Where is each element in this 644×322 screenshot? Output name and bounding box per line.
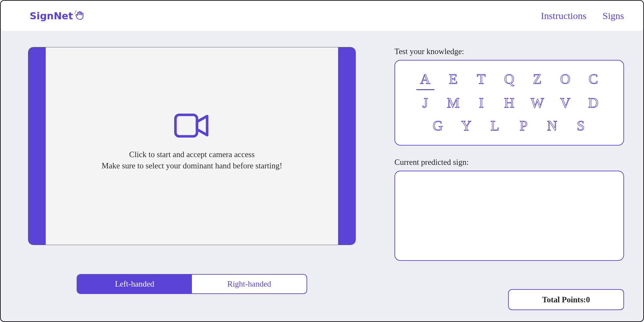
nav-signs[interactable]: Signs [602,10,624,21]
main: Click to start and accept camera access … [1,31,643,294]
letter-O[interactable]: O [556,71,574,90]
letter-P[interactable]: P [515,118,533,136]
letter-N[interactable]: N [543,118,561,136]
letter-E[interactable]: E [444,71,462,90]
camera-hint-2: Make sure to select your dominant hand b… [102,160,282,171]
letter-L[interactable]: L [486,118,504,136]
points-value: 0 [586,295,590,304]
letter-V[interactable]: V [556,95,574,113]
left-column: Click to start and accept camera access … [28,47,356,294]
nav: Instructions Signs [541,10,624,21]
letters-row-2: J M I H W V D [411,95,607,113]
svg-rect-0 [175,115,197,137]
letter-T[interactable]: T [472,71,490,90]
letter-A[interactable]: A [416,71,434,90]
letter-Y[interactable]: Y [457,118,475,136]
logo-text: SignNet [30,10,73,22]
nav-instructions[interactable]: Instructions [541,10,587,21]
camera-area[interactable]: Click to start and accept camera access … [28,47,356,245]
letter-Q[interactable]: Q [500,71,518,90]
predicted-sign-panel [394,171,624,261]
letter-S[interactable]: S [572,118,590,136]
camera-placeholder: Click to start and accept camera access … [102,111,282,171]
letter-W[interactable]: W [528,95,546,113]
letter-H[interactable]: H [500,95,518,113]
letter-G[interactable]: G [429,118,447,136]
hand-toggle: Left-handed Right-handed [77,274,307,294]
camera-pillar-left [28,47,46,245]
camera-pillar-right [338,47,355,245]
letters-row-1: A E T Q Z O C [411,71,607,90]
predicted-sign-label: Current predicted sign: [394,158,624,167]
letter-I[interactable]: I [472,95,490,113]
letter-M[interactable]: M [444,95,462,113]
letter-Z[interactable]: Z [528,71,546,90]
right-column: Test your knowledge: A E T Q Z O C J M I… [394,47,624,294]
letters-panel: A E T Q Z O C J M I H W V D G Y L P [394,60,624,146]
points-label: Total Points: [542,295,586,304]
letter-D[interactable]: D [584,95,602,113]
logo[interactable]: SignNet [30,10,85,22]
test-knowledge-label: Test your knowledge: [394,47,624,56]
header: SignNet Instructions Signs [1,1,643,31]
left-handed-button[interactable]: Left-handed [77,275,192,293]
letter-J[interactable]: J [416,95,434,113]
right-handed-button[interactable]: Right-handed [192,275,307,293]
wave-hand-icon [74,10,85,21]
letter-C[interactable]: C [584,71,602,90]
video-camera-icon [173,111,211,140]
total-points: Total Points: 0 [508,289,624,310]
letters-row-3: G Y L P N S [411,118,607,136]
camera-hint-1: Click to start and accept camera access [102,149,282,160]
